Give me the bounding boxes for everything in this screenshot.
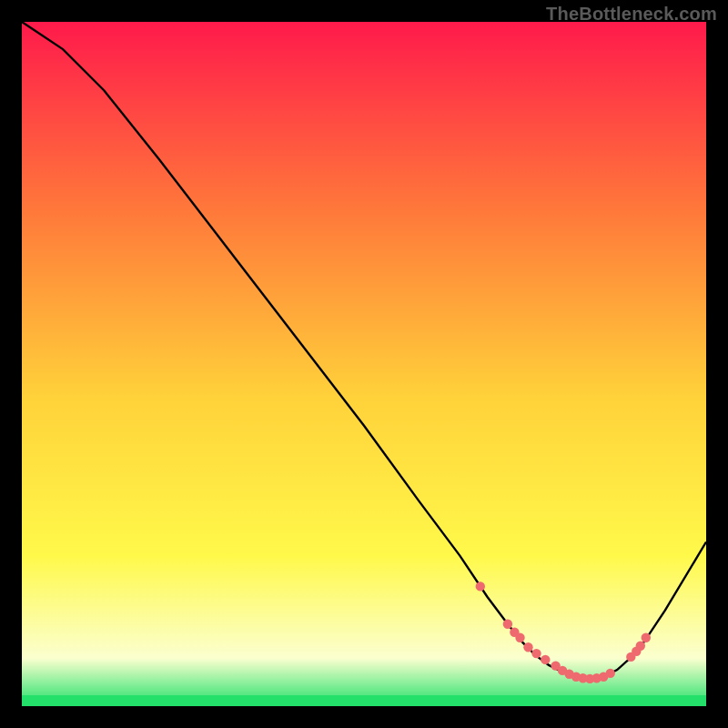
green-band [22, 695, 706, 706]
marker-point [642, 633, 651, 642]
marker-point [541, 655, 550, 664]
marker-point [523, 642, 532, 652]
marker-point [636, 642, 645, 651]
marker-point [606, 669, 615, 678]
marker-point [476, 581, 485, 591]
gradient-background [22, 22, 706, 706]
marker-point [531, 649, 541, 658]
marker-point [515, 633, 524, 642]
chart-svg [22, 22, 706, 706]
plot-area [22, 22, 706, 706]
marker-point [503, 620, 512, 629]
chart-frame: TheBottleneck.com [0, 0, 728, 728]
